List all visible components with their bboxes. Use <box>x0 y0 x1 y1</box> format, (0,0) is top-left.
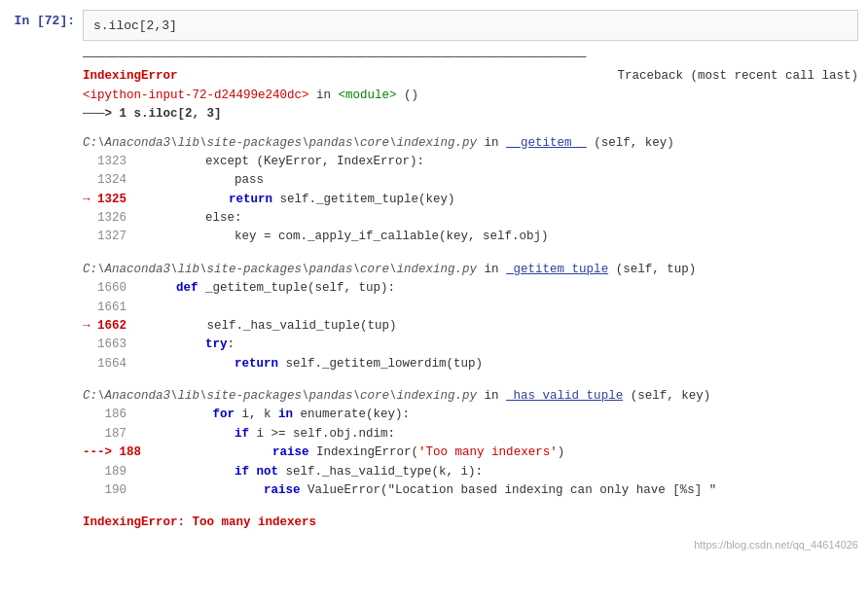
line-1325: → 1325 return self._getitem_tuple(key) <box>83 191 858 209</box>
final-error: IndexingError: Too many indexers <box>83 514 858 532</box>
arrow-line-1: ───> 1 s.iloc[2, 3] <box>83 105 858 124</box>
section2-filepath: C:\Anaconda3\lib\site-packages\pandas\co… <box>83 263 477 276</box>
section3-filepath: C:\Anaconda3\lib\site-packages\pandas\co… <box>83 389 477 403</box>
section1-filepath: C:\Anaconda3\lib\site-packages\pandas\co… <box>83 136 477 150</box>
output-area: ────────────────────────────────────────… <box>0 41 868 561</box>
section3-header: C:\Anaconda3\lib\site-packages\pandas\co… <box>83 387 858 406</box>
output-label <box>0 41 83 561</box>
line-188: ‑‑‑> 188 raise IndexingError('Too many i… <box>83 444 858 462</box>
section2-args: (self, tup) <box>616 263 697 276</box>
error-divider: ────────────────────────────────────────… <box>83 49 858 67</box>
line-187: 187 if i >= self.obj.ndim: <box>83 425 858 444</box>
section2-header: C:\Anaconda3\lib\site-packages\pandas\co… <box>83 261 858 279</box>
module-name: <module> <box>339 89 397 102</box>
error-type: IndexingError <box>83 67 178 86</box>
parens: () <box>404 89 418 102</box>
section1-func: __getitem__ <box>506 136 587 150</box>
watermark: https://blog.csdn.net/qq_44614026 <box>83 537 858 553</box>
cell-input[interactable] <box>83 10 858 41</box>
traceback-header: Traceback (most recent call last) <box>617 67 858 86</box>
section1-lines: 1323 except (KeyError, IndexError): 1324… <box>83 153 858 247</box>
section1-header: C:\Anaconda3\lib\site-packages\pandas\co… <box>83 134 858 153</box>
line-1662: → 1662 self._has_valid_tuple(tup) <box>83 317 858 336</box>
section3-in: in <box>485 389 507 403</box>
line-1661: 1661 <box>83 299 858 317</box>
line-1664: 1664 return self._getitem_lowerdim(tup) <box>83 355 858 373</box>
line-189: 189 if not self._has_valid_type(k, i): <box>83 463 858 481</box>
section2-func: _getitem_tuple <box>506 263 608 276</box>
section-2: C:\Anaconda3\lib\site-packages\pandas\co… <box>83 261 858 373</box>
line-1323: 1323 except (KeyError, IndexError): <box>83 153 858 171</box>
line-190: 190 raise ValueError("Location based ind… <box>83 481 858 500</box>
line-1660: 1660 def _getitem_tuple(self, tup): <box>83 279 858 298</box>
line-1326: 1326 else: <box>83 209 858 228</box>
section3-func: _has_valid_tuple <box>506 389 623 403</box>
ipython-ref: <ipython-input-72-d24499e240dc> <box>83 89 309 102</box>
line-186: 186 for i, k in enumerate(key): <box>83 406 858 424</box>
cell-label: In [72]: <box>0 6 83 28</box>
section-1: C:\Anaconda3\lib\site-packages\pandas\co… <box>83 134 858 247</box>
notebook-cell: In [72]: ───────────────────────────────… <box>0 0 868 604</box>
in-text-1: in <box>316 89 339 102</box>
line-1663: 1663 try: <box>83 336 858 354</box>
section2-lines: 1660 def _getitem_tuple(self, tup): 1661… <box>83 279 858 373</box>
output-content: ────────────────────────────────────────… <box>83 41 868 561</box>
line-1327: 1327 key = com._apply_if_callable(key, s… <box>83 228 858 246</box>
section-3: C:\Anaconda3\lib\site-packages\pandas\co… <box>83 387 858 500</box>
section2-in: in <box>485 263 507 276</box>
section1-in: in <box>485 136 507 150</box>
section3-args: (self, key) <box>631 389 711 403</box>
section1-args: (self, key) <box>594 136 674 150</box>
traceback-header-row: IndexingError Traceback (most recent cal… <box>83 67 858 86</box>
ipython-ref-line: <ipython-input-72-d24499e240dc> in <modu… <box>83 87 858 105</box>
line-1324: 1324 pass <box>83 171 858 190</box>
section3-lines: 186 for i, k in enumerate(key): 187 if i… <box>83 406 858 500</box>
